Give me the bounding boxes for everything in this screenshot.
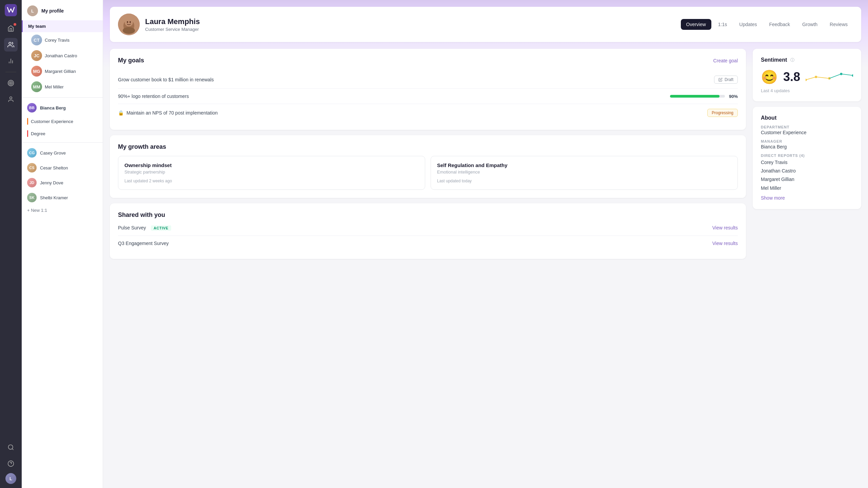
sidebar-divider-1 — [22, 97, 103, 98]
tab-overview[interactable]: Overview — [681, 19, 711, 30]
help-button[interactable] — [4, 457, 18, 470]
goals-title: My goals — [118, 57, 144, 64]
right-column: Sentiment ⓘ 😊 3.8 — [753, 49, 861, 259]
shared-title: Shared with you — [118, 211, 738, 219]
sidebar-item-jenny-dove[interactable]: JD Jenny Dove — [22, 175, 103, 190]
progress-pct-2: 90% — [729, 94, 738, 99]
goal-text-1: Grow customer book to $1 million in rene… — [118, 77, 710, 82]
customer-experience-label: Customer Experience — [31, 119, 73, 124]
target-button[interactable] — [4, 76, 18, 90]
svg-point-22 — [840, 73, 843, 75]
goal-item-1: Grow customer book to $1 million in rene… — [118, 71, 738, 89]
department-label: DEPARTMENT — [761, 125, 853, 129]
sidebar-item-margaret-gillian[interactable]: MG Margaret Gillian — [22, 63, 103, 79]
sentiment-chart — [806, 68, 853, 85]
direct-reports-label: DIRECT REPORTS (4) — [761, 154, 853, 158]
chart-button[interactable] — [4, 54, 18, 68]
sidebar-item-bianca-berg[interactable]: BB Bianca Berg — [22, 100, 103, 115]
goal-badge-draft: Draft — [714, 76, 738, 84]
cesar-shelton-name: Cesar Shelton — [40, 165, 68, 170]
tab-reviews[interactable]: Reviews — [824, 19, 853, 30]
degree-label: Degree — [31, 131, 45, 136]
svg-point-23 — [852, 74, 853, 77]
casey-grove-avatar: CG — [27, 148, 37, 158]
progress-bar-fill-2 — [670, 95, 719, 98]
lock-icon: 🔒 — [118, 110, 124, 116]
profile-nav: Overview 1:1s Updates Feedback Growth Re… — [681, 19, 853, 30]
sidebar-item-shelbi-kramer[interactable]: SK Shelbi Kramer — [22, 190, 103, 205]
sentiment-card: Sentiment ⓘ 😊 3.8 — [753, 49, 861, 101]
profile-info: Laura Memphis Customer Service Manager — [145, 17, 675, 32]
sidebar-divider-2 — [22, 142, 103, 143]
sentiment-info-icon[interactable]: ⓘ — [790, 57, 794, 63]
corey-travis-avatar: CT — [31, 35, 42, 45]
direct-report-margaret: Margaret Gillian — [761, 175, 853, 184]
person-button[interactable] — [4, 93, 18, 106]
svg-line-10 — [12, 449, 14, 450]
sidebar-item-mel-miller[interactable]: MM Mel Miller — [22, 79, 103, 95]
growth-card-self-regulation[interactable]: Self Regulation and Empathy Emotional in… — [431, 156, 738, 190]
sidebar-item-customer-experience[interactable]: Customer Experience — [22, 115, 103, 127]
tab-feedback[interactable]: Feedback — [764, 19, 795, 30]
direct-report-jonathan: Jonathan Castro — [761, 167, 853, 175]
goal-item-2: 90%+ logo retention of customers 90% — [118, 89, 738, 104]
sidebar-item-cesar-shelton[interactable]: CS Cesar Shelton — [22, 160, 103, 175]
shelbi-kramer-name: Shelbi Kramer — [40, 195, 68, 200]
content-area: My goals Create goal Grow customer book … — [103, 42, 868, 266]
svg-rect-0 — [5, 4, 17, 16]
svg-point-9 — [8, 445, 13, 449]
bianca-berg-name: Bianca Berg — [40, 105, 66, 110]
pulse-view-results[interactable]: View results — [712, 225, 738, 230]
goal-item-3: 🔒 Maintain an NPS of 70 post implementat… — [118, 104, 738, 122]
self-regulation-subtitle: Emotional intelligence — [437, 169, 731, 175]
tab-updates[interactable]: Updates — [734, 19, 762, 30]
svg-point-17 — [130, 21, 131, 23]
home-button[interactable] — [4, 22, 18, 35]
svg-point-8 — [10, 97, 12, 99]
create-goal-link[interactable]: Create goal — [713, 58, 738, 63]
tab-1on1s[interactable]: 1:1s — [713, 19, 732, 30]
icon-bar-bottom: L — [4, 441, 18, 484]
about-title: About — [761, 115, 853, 121]
search-button[interactable] — [4, 441, 18, 454]
department-value: Customer Experience — [761, 130, 853, 135]
corey-travis-name: Corey Travis — [45, 38, 70, 43]
jonathan-castro-avatar: JC — [31, 50, 42, 61]
app-logo[interactable] — [5, 4, 17, 16]
casey-grove-name: Casey Grove — [40, 150, 66, 156]
pulse-active-badge: ACTIVE — [151, 225, 171, 231]
svg-point-19 — [806, 79, 807, 81]
icon-bar: L — [0, 0, 22, 488]
left-column: My goals Create goal Grow customer book … — [110, 49, 746, 259]
sidebar-item-corey-travis[interactable]: CT Corey Travis — [22, 32, 103, 48]
goal-row-2: 90%+ logo retention of customers 90% — [118, 94, 738, 99]
main-content: Laura Memphis Customer Service Manager O… — [103, 0, 868, 488]
user-avatar[interactable]: L — [5, 473, 16, 484]
sidebar-item-jonathan-castro[interactable]: JC Jonathan Castro — [22, 48, 103, 63]
new-1on1-label: + New 1:1 — [27, 208, 47, 213]
direct-report-corey: Corey Travis — [761, 158, 853, 167]
goal-row-3: 🔒 Maintain an NPS of 70 post implementat… — [118, 109, 738, 117]
jonathan-castro-name: Jonathan Castro — [45, 53, 77, 58]
sentiment-header: Sentiment ⓘ — [761, 57, 853, 63]
sidebar: L My profile My team CT Corey Travis JC … — [22, 0, 103, 488]
show-more-link[interactable]: Show more — [761, 195, 785, 201]
self-regulation-date: Last updated today — [437, 179, 731, 183]
sidebar-item-degree[interactable]: Degree — [22, 127, 103, 140]
svg-point-6 — [9, 81, 13, 85]
growth-card-ownership[interactable]: Ownership mindset Strategic partnership … — [118, 156, 425, 190]
goals-header-row: My goals Create goal — [118, 57, 738, 64]
people-button[interactable] — [4, 38, 18, 52]
tab-growth[interactable]: Growth — [797, 19, 823, 30]
new-1on1-button[interactable]: + New 1:1 — [22, 205, 103, 216]
sidebar-my-team-header[interactable]: My team — [22, 20, 103, 32]
q3-view-results[interactable]: View results — [712, 241, 738, 246]
sidebar-my-profile[interactable]: L My profile — [22, 0, 103, 20]
shelbi-kramer-avatar: SK — [27, 193, 37, 202]
sidebar-item-casey-grove[interactable]: CG Casey Grove — [22, 145, 103, 160]
growth-grid: Ownership mindset Strategic partnership … — [118, 156, 738, 190]
sentiment-emoji: 😊 — [761, 69, 778, 85]
survey-row-pulse: Pulse Survey ACTIVE View results — [118, 220, 738, 236]
q3-survey-name: Q3 Engagement Survey — [118, 241, 169, 246]
manager-value: Bianca Berg — [761, 144, 853, 149]
